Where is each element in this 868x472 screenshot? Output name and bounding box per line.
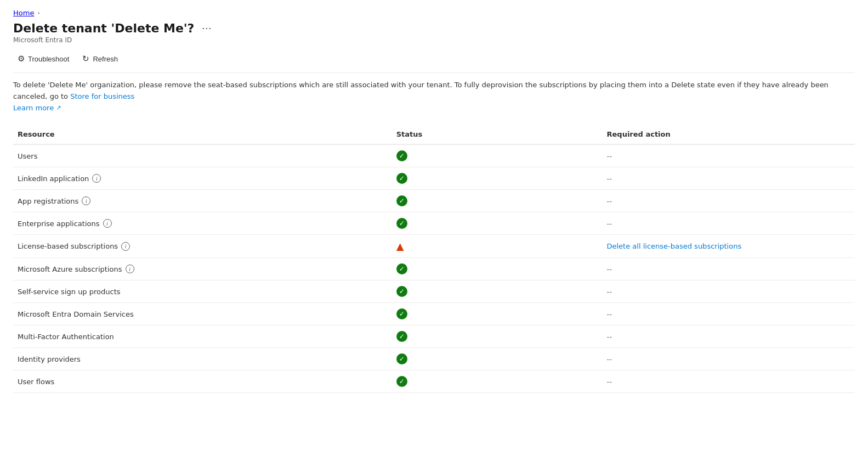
resource-label: Microsoft Entra Domain Services	[18, 310, 134, 318]
action-cell: --	[603, 190, 855, 212]
info-icon[interactable]: i	[92, 174, 101, 183]
info-icon[interactable]: i	[82, 196, 90, 205]
page-title-container: Delete tenant 'Delete Me'? ···	[13, 21, 855, 35]
action-cell: --	[603, 212, 855, 235]
resource-name: LinkedIn applicationi	[18, 174, 388, 183]
action-dash: --	[607, 197, 612, 205]
status-cell: ✓	[392, 348, 603, 370]
external-link-icon: ↗	[56, 103, 61, 113]
table-row: LinkedIn applicationi✓--	[13, 167, 855, 190]
action-dash: --	[607, 333, 612, 341]
action-link[interactable]: Delete all license-based subscriptions	[607, 242, 742, 250]
resource-cell: Users	[13, 144, 392, 167]
resource-name: Microsoft Azure subscriptionsi	[18, 265, 388, 273]
resource-label: Microsoft Azure subscriptions	[18, 265, 122, 273]
info-icon[interactable]: i	[103, 219, 112, 228]
resource-label: App registrations	[18, 197, 78, 205]
status-warning-icon: ▲	[396, 240, 404, 252]
status-ok-icon: ✓	[396, 173, 407, 184]
info-icon[interactable]: i	[126, 265, 134, 273]
resource-name: License-based subscriptionsi	[18, 242, 388, 251]
learn-more-label: Learn more	[13, 103, 54, 114]
action-dash: --	[607, 378, 612, 386]
breadcrumb: Home ›	[13, 9, 855, 17]
action-cell: --	[603, 303, 855, 325]
resource-label: User flows	[18, 378, 54, 386]
toolbar: ⚙ Troubleshoot ↻ Refresh	[13, 52, 855, 73]
status-ok-icon: ✓	[396, 353, 407, 364]
store-for-business-link[interactable]: Store for business	[70, 92, 134, 100]
info-banner-text: To delete 'Delete Me' organization, plea…	[13, 81, 829, 100]
status-cell: ✓	[392, 144, 603, 167]
status-ok-icon: ✓	[396, 376, 407, 387]
info-icon[interactable]: i	[121, 242, 130, 251]
resource-label: Identity providers	[18, 355, 81, 363]
troubleshoot-icon: ⚙	[18, 54, 25, 64]
status-ok-icon: ✓	[396, 195, 407, 206]
more-options-button[interactable]: ···	[200, 23, 214, 34]
resource-name: Self-service sign up products	[18, 288, 388, 296]
resource-name: Multi-Factor Authentication	[18, 333, 388, 341]
table-header-row: Resource Status Required action	[13, 125, 855, 144]
status-cell: ✓	[392, 212, 603, 235]
table-row: Multi-Factor Authentication✓--	[13, 325, 855, 348]
resources-table: Resource Status Required action Users✓--…	[13, 125, 855, 393]
refresh-label: Refresh	[93, 55, 118, 63]
resource-label: License-based subscriptions	[18, 242, 118, 250]
resource-cell: Microsoft Azure subscriptionsi	[13, 258, 392, 280]
action-cell: --	[603, 348, 855, 370]
action-dash: --	[607, 288, 612, 296]
status-cell: ✓	[392, 280, 603, 303]
resource-label: Users	[18, 152, 37, 160]
troubleshoot-label: Troubleshoot	[28, 55, 69, 63]
status-cell: ✓	[392, 370, 603, 393]
action-cell[interactable]: Delete all license-based subscriptions	[603, 235, 855, 258]
refresh-icon: ↻	[82, 54, 89, 64]
resource-cell: App registrationsi	[13, 190, 392, 212]
resource-cell: Multi-Factor Authentication	[13, 325, 392, 348]
info-banner: To delete 'Delete Me' organization, plea…	[13, 80, 855, 114]
page-subtitle: Microsoft Entra ID	[13, 36, 855, 44]
status-cell: ✓	[392, 167, 603, 190]
table-row: App registrationsi✓--	[13, 190, 855, 212]
action-dash: --	[607, 152, 612, 160]
learn-more-link[interactable]: Learn more ↗	[13, 103, 855, 114]
resource-name: App registrationsi	[18, 196, 388, 205]
resource-cell: Enterprise applicationsi	[13, 212, 392, 235]
resource-cell: Identity providers	[13, 348, 392, 370]
action-dash: --	[607, 265, 612, 273]
column-header-status: Status	[392, 125, 603, 144]
resource-label: Self-service sign up products	[18, 288, 121, 296]
status-cell: ✓	[392, 190, 603, 212]
action-cell: --	[603, 325, 855, 348]
resource-name: Microsoft Entra Domain Services	[18, 310, 388, 318]
resource-name: User flows	[18, 378, 388, 386]
refresh-button[interactable]: ↻ Refresh	[78, 52, 122, 66]
home-link[interactable]: Home	[13, 9, 34, 17]
resource-label: Multi-Factor Authentication	[18, 333, 114, 341]
troubleshoot-button[interactable]: ⚙ Troubleshoot	[13, 52, 73, 66]
status-ok-icon: ✓	[396, 218, 407, 229]
page-title: Delete tenant 'Delete Me'?	[13, 21, 194, 35]
breadcrumb-separator: ›	[37, 9, 39, 16]
resource-name: Users	[18, 152, 388, 160]
column-header-required-action: Required action	[603, 125, 855, 144]
action-cell: --	[603, 258, 855, 280]
resource-name: Enterprise applicationsi	[18, 219, 388, 228]
action-cell: --	[603, 144, 855, 167]
table-row: License-based subscriptionsi▲Delete all …	[13, 235, 855, 258]
resource-cell: Self-service sign up products	[13, 280, 392, 303]
status-ok-icon: ✓	[396, 331, 407, 342]
action-dash: --	[607, 175, 612, 183]
table-row: Enterprise applicationsi✓--	[13, 212, 855, 235]
status-ok-icon: ✓	[396, 308, 407, 319]
resource-cell: LinkedIn applicationi	[13, 167, 392, 190]
status-cell: ✓	[392, 258, 603, 280]
table-row: Identity providers✓--	[13, 348, 855, 370]
action-dash: --	[607, 355, 612, 363]
table-row: Microsoft Azure subscriptionsi✓--	[13, 258, 855, 280]
table-row: Users✓--	[13, 144, 855, 167]
status-ok-icon: ✓	[396, 150, 407, 161]
resource-label: Enterprise applications	[18, 220, 100, 228]
action-dash: --	[607, 310, 612, 318]
